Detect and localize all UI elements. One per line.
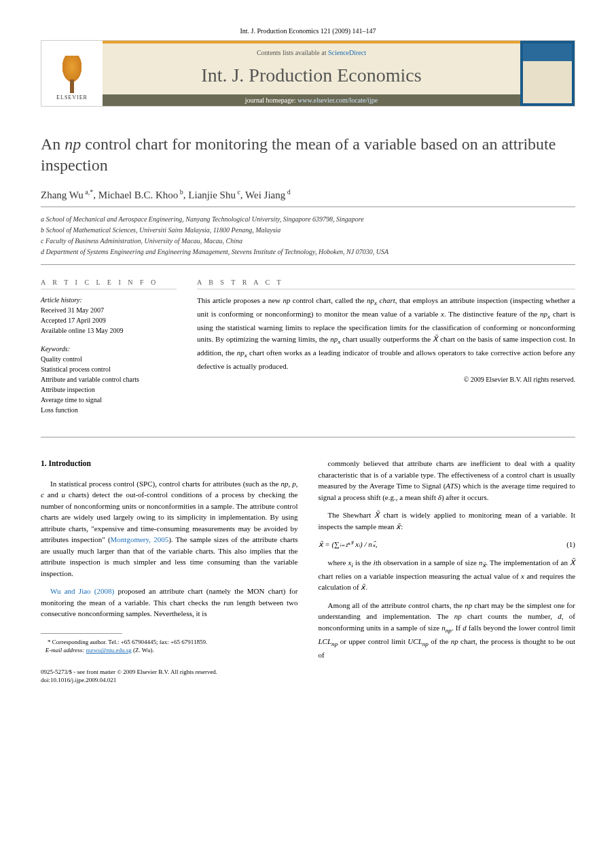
info-abstract-row: A R T I C L E I N F O Article history: R… <box>41 279 575 437</box>
body-paragraph: where xi is the ith observation in a sam… <box>319 557 576 593</box>
running-header: Int. J. Production Economics 121 (2009) … <box>41 27 575 35</box>
abstract-column: A B S T R A C T This article proposes a … <box>197 279 575 423</box>
masthead-center: Contents lists available at ScienceDirec… <box>103 41 520 106</box>
article-info-label: A R T I C L E I N F O <box>41 279 177 289</box>
abstract-text: This article proposes a new np control c… <box>197 295 575 372</box>
body-column-left: 1. Introduction In statistical process c… <box>41 458 298 684</box>
affiliations: a School of Mechanical and Aerospace Eng… <box>41 214 575 265</box>
journal-name: Int. J. Production Economics <box>116 65 507 86</box>
author-email-link[interactable]: mzwu@ntu.edu.sg <box>86 647 131 654</box>
body-two-column: 1. Introduction In statistical process c… <box>41 458 575 684</box>
sciencedirect-link[interactable]: ScienceDirect <box>328 49 366 56</box>
cover-image-icon <box>523 43 572 103</box>
affiliation-a: a School of Mechanical and Aerospace Eng… <box>41 214 575 224</box>
affiliation-b: b School of Mathematical Sciences, Unive… <box>41 225 575 235</box>
abstract-label: A B S T R A C T <box>197 279 575 289</box>
affiliation-d: d Department of Systems Engineering and … <box>41 247 575 257</box>
body-column-right: commonly believed that attribute charts … <box>319 458 576 684</box>
contents-available-line: Contents lists available at ScienceDirec… <box>116 49 507 56</box>
equation-1: x̄ = (∑ᵢ₌₁ⁿˣ̄ xᵢ) / nₓ̄, (1) <box>319 539 576 550</box>
article-title: An np control chart for monitoring the m… <box>41 134 575 176</box>
section-1-heading: 1. Introduction <box>41 458 298 469</box>
page-footer: 0925-5273/$ - see front matter © 2009 El… <box>41 668 298 684</box>
authors-line: Zhang Wu a,*, Michael B.C. Khoo b, Lianj… <box>41 188 575 207</box>
article-info-column: A R T I C L E I N F O Article history: R… <box>41 279 177 423</box>
article-history-block: Article history: Received 31 May 2007 Ac… <box>41 295 177 336</box>
body-paragraph: Wu and Jiao (2008) proposed an attribute… <box>41 586 298 620</box>
elsevier-logo: ELSEVIER <box>48 46 96 101</box>
abstract-copyright: © 2009 Elsevier B.V. All rights reserved… <box>197 376 575 383</box>
body-paragraph: In statistical process control (SPC), co… <box>41 478 298 579</box>
journal-homepage-bar: journal homepage: www.elsevier.com/locat… <box>103 94 520 106</box>
elsevier-tree-icon <box>55 56 89 93</box>
publisher-logo-box: ELSEVIER <box>41 41 103 106</box>
body-paragraph: The Shewhart X̄ chart is widely applied … <box>319 509 576 532</box>
journal-masthead: ELSEVIER Contents lists available at Sci… <box>41 40 575 107</box>
body-paragraph: Among all of the attribute control chart… <box>319 600 576 660</box>
journal-cover-thumb <box>520 41 575 106</box>
affiliation-c: c Faculty of Business Administration, Un… <box>41 236 575 246</box>
footnote-separator <box>41 633 122 634</box>
body-paragraph: commonly believed that attribute charts … <box>319 458 576 503</box>
journal-homepage-link[interactable]: www.elsevier.com/locate/ijpe <box>297 96 378 104</box>
corresponding-author-footnote: * Corresponding author. Tel.: +65 679044… <box>41 638 298 655</box>
keywords-block: Keywords: Quality control Statistical pr… <box>41 344 177 415</box>
